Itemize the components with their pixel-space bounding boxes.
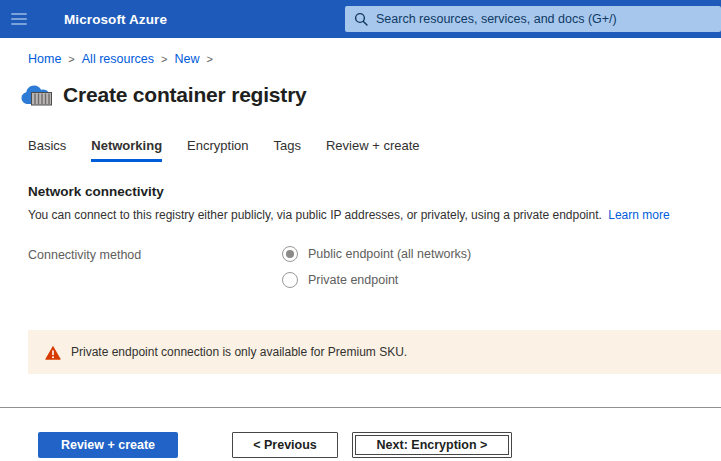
tab-review-create[interactable]: Review + create [326, 138, 420, 162]
learn-more-link[interactable]: Learn more [608, 208, 669, 222]
breadcrumb-separator: > [161, 53, 167, 65]
breadcrumb-separator: > [206, 53, 212, 65]
page-title: Create container registry [63, 83, 307, 107]
section-heading-network-connectivity: Network connectivity [28, 184, 721, 199]
review-create-button[interactable]: Review + create [38, 432, 178, 458]
breadcrumb: Home > All resources > New > [28, 51, 721, 66]
breadcrumb-all-resources[interactable]: All resources [82, 52, 154, 66]
azure-brand-title[interactable]: Microsoft Azure [64, 12, 167, 27]
connectivity-method-label: Connectivity method [28, 246, 282, 288]
hamburger-menu-icon[interactable] [11, 13, 27, 25]
radio-button-private-endpoint[interactable] [282, 272, 298, 288]
section-description: You can connect to this registry either … [28, 208, 721, 222]
section-description-text: You can connect to this registry either … [28, 208, 602, 222]
warning-triangle-icon [45, 345, 61, 360]
previous-button[interactable]: < Previous [232, 432, 338, 458]
global-search-box[interactable] [345, 6, 721, 32]
tab-networking[interactable]: Networking [91, 138, 162, 162]
container-registry-icon [20, 80, 54, 110]
tab-basics[interactable]: Basics [28, 138, 66, 162]
search-icon [354, 12, 368, 26]
page-header: Create container registry [20, 79, 721, 111]
radio-label-private-endpoint: Private endpoint [308, 273, 398, 287]
warning-banner: Private endpoint connection is only avai… [28, 330, 721, 374]
next-encryption-button[interactable]: Next: Encryption > [352, 432, 512, 458]
breadcrumb-home[interactable]: Home [28, 52, 61, 66]
top-bar: Microsoft Azure [0, 0, 721, 38]
radio-option-private-endpoint[interactable]: Private endpoint [282, 272, 471, 288]
breadcrumb-separator: > [68, 53, 74, 65]
radio-button-public-endpoint[interactable] [282, 246, 298, 262]
breadcrumb-new[interactable]: New [174, 52, 199, 66]
search-input[interactable] [376, 12, 721, 26]
tab-tags[interactable]: Tags [274, 138, 301, 162]
footer-button-bar: Review + create < Previous Next: Encrypt… [0, 408, 721, 458]
tab-encryption[interactable]: Encryption [187, 138, 248, 162]
tab-bar: Basics Networking Encryption Tags Review… [28, 138, 721, 162]
radio-label-public-endpoint: Public endpoint (all networks) [308, 247, 471, 261]
radio-option-public-endpoint[interactable]: Public endpoint (all networks) [282, 246, 471, 262]
warning-message: Private endpoint connection is only avai… [71, 345, 407, 359]
connectivity-method-row: Connectivity method Public endpoint (all… [28, 246, 721, 288]
connectivity-method-radio-group: Public endpoint (all networks) Private e… [282, 246, 471, 288]
